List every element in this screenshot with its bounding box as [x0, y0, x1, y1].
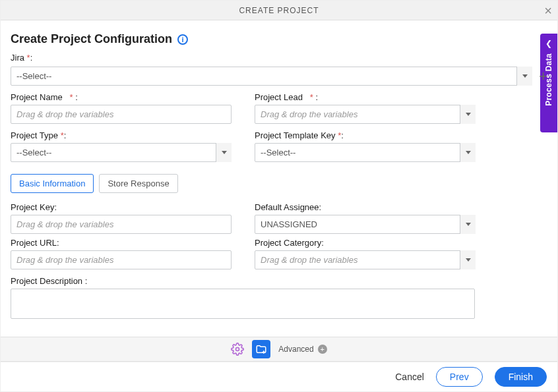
field-project-category: Project Catergory: [255, 238, 476, 269]
tab-bar: Basic Information Store Response [11, 174, 547, 193]
dialog-footer: Cancel Prev Finish [1, 362, 557, 391]
form-area: Jira *: --Select-- + Project Name * : [11, 53, 547, 319]
jira-row: --Select-- + [11, 67, 547, 86]
tab-basic-information[interactable]: Basic Information [11, 174, 94, 193]
project-description-label: Project Description : [11, 276, 475, 286]
project-name-input[interactable] [11, 105, 232, 124]
project-lead-input[interactable] [255, 105, 476, 124]
svg-point-0 [236, 348, 239, 351]
prev-button[interactable]: Prev [436, 367, 483, 387]
field-project-url: Project URL: [11, 238, 232, 269]
cancel-button[interactable]: Cancel [395, 372, 424, 382]
caret-down-icon [522, 74, 528, 78]
template-key-select[interactable]: --Select-- [255, 143, 476, 162]
dialog-title: CREATE PROJECT [239, 6, 319, 15]
jira-label-text: Jira [11, 53, 24, 63]
tab-store-response[interactable]: Store Response [99, 174, 177, 193]
project-lead-label-text: Project Lead [255, 92, 303, 102]
dialog-create-project: CREATE PROJECT × ❮ Process Data Create P… [0, 0, 558, 392]
project-url-label: Project URL: [11, 238, 232, 248]
dialog-content: Create Project Configuration i Jira *: -… [1, 20, 557, 319]
field-default-assignee: Default Assignee: UNASSIGNED [255, 202, 476, 234]
project-lead-caret[interactable] [460, 105, 476, 124]
required-asterisk: * [61, 130, 64, 140]
page-title-row: Create Project Configuration i [11, 32, 547, 46]
default-assignee-label: Default Assignee: [255, 202, 476, 212]
default-assignee-caret[interactable] [460, 215, 476, 234]
caret-down-icon [466, 113, 471, 116]
project-description-input[interactable] [11, 289, 475, 319]
caret-down-icon [466, 223, 471, 226]
required-asterisk: * [27, 53, 30, 63]
field-template-key: Project Template Key *: --Select-- [255, 130, 476, 162]
project-type-select[interactable]: --Select-- [11, 143, 232, 162]
template-key-caret[interactable] [460, 143, 476, 162]
project-type-value: --Select-- [11, 143, 232, 162]
jira-label: Jira *: [11, 53, 547, 63]
field-project-type: Project Type *: --Select-- [11, 130, 232, 162]
dialog-header: CREATE PROJECT × [1, 1, 557, 20]
project-type-caret[interactable] [216, 143, 232, 162]
project-url-input[interactable] [11, 250, 232, 269]
gear-icon[interactable] [231, 343, 244, 356]
field-project-name: Project Name * : [11, 92, 232, 124]
project-category-input[interactable] [255, 250, 476, 269]
caret-down-icon [466, 258, 471, 262]
field-project-key: Project Key: [11, 202, 232, 234]
row-name-lead: Project Name * : Project Lead * : [11, 92, 547, 124]
caret-down-icon [466, 151, 471, 154]
required-asterisk: * [338, 130, 341, 140]
project-type-label-text: Project Type [11, 130, 58, 140]
folder-add-button[interactable] [252, 340, 270, 358]
template-key-value: --Select-- [255, 143, 476, 162]
row-url-category: Project URL: Project Catergory: [11, 238, 547, 269]
template-key-label-text: Project Template Key [255, 130, 336, 140]
advanced-toggle[interactable]: Advanced + [278, 345, 326, 354]
project-lead-select[interactable] [255, 105, 476, 124]
row-type-template: Project Type *: --Select-- Project Templ… [11, 130, 547, 162]
page-title: Create Project Configuration [11, 32, 172, 46]
jira-select-caret[interactable] [516, 67, 532, 86]
project-type-label: Project Type *: [11, 130, 232, 140]
project-category-label: Project Catergory: [255, 238, 476, 248]
project-key-input[interactable] [11, 215, 232, 234]
bottom-toolbar: Advanced + [1, 337, 557, 362]
default-assignee-value: UNASSIGNED [255, 215, 476, 234]
project-lead-label: Project Lead * : [255, 92, 476, 102]
caret-down-icon [222, 151, 227, 154]
field-project-description: Project Description : [11, 276, 475, 319]
finish-button[interactable]: Finish [495, 367, 547, 387]
info-icon[interactable]: i [177, 34, 188, 45]
project-category-select[interactable] [255, 250, 476, 269]
advanced-label: Advanced [278, 345, 313, 354]
plus-circle-icon: + [318, 345, 327, 354]
required-asterisk: * [65, 92, 73, 102]
row-key-assignee: Project Key: Default Assignee: UNASSIGNE… [11, 202, 547, 234]
project-category-caret[interactable] [460, 250, 476, 269]
default-assignee-select[interactable]: UNASSIGNED [255, 215, 476, 234]
close-icon[interactable]: × [544, 3, 552, 18]
template-key-label: Project Template Key *: [255, 130, 476, 140]
project-name-label-text: Project Name [11, 92, 63, 102]
required-asterisk: * [305, 92, 313, 102]
project-name-label: Project Name * : [11, 92, 232, 102]
jira-select-value: --Select-- [11, 67, 532, 86]
field-project-lead: Project Lead * : [255, 92, 476, 124]
jira-select[interactable]: --Select-- [11, 67, 532, 86]
project-key-label: Project Key: [11, 202, 232, 212]
add-jira-button[interactable]: + [539, 69, 547, 84]
